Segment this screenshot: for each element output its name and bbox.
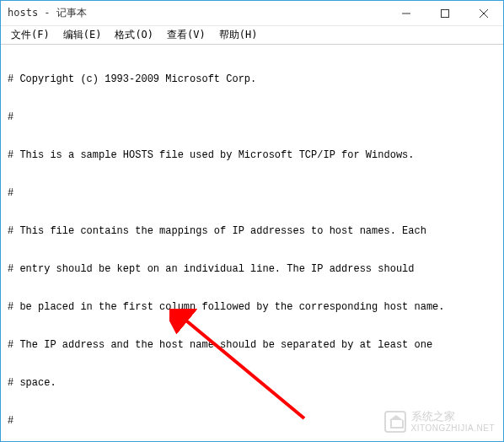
text-line: # (8, 111, 496, 124)
titlebar[interactable]: hosts - 记事本 (1, 1, 503, 26)
svg-rect-1 (442, 9, 449, 17)
text-line: # This is a sample HOSTS file used by Mi… (8, 149, 496, 162)
maximize-button[interactable] (426, 1, 464, 25)
text-line: # entry should be kept on an individual … (8, 263, 496, 276)
menu-format[interactable]: 格式(O) (108, 26, 160, 44)
watermark: 系统之家 XITONGZHIJIA.NET (384, 411, 496, 433)
watermark-text: 系统之家 XITONGZHIJIA.NET (411, 411, 496, 432)
window-controls (387, 1, 503, 25)
menubar: 文件(F) 编辑(E) 格式(O) 查看(V) 帮助(H) (1, 26, 503, 45)
menu-edit[interactable]: 编辑(E) (56, 26, 109, 44)
minimize-button[interactable] (387, 1, 426, 25)
text-line: # be placed in the first column followed… (8, 301, 496, 314)
text-line: # The IP address and the host name shoul… (8, 339, 496, 352)
close-button[interactable] (464, 1, 503, 25)
watermark-cn: 系统之家 (411, 411, 496, 423)
menu-help[interactable]: 帮助(H) (212, 26, 265, 44)
watermark-logo-icon (384, 411, 406, 433)
menu-file[interactable]: 文件(F) (4, 26, 56, 44)
text-line: # This file contains the mappings of IP … (8, 225, 496, 238)
menu-view[interactable]: 查看(V) (160, 26, 212, 44)
watermark-url: XITONGZHIJIA.NET (411, 423, 496, 433)
text-line: # Copyright (c) 1993-2009 Microsoft Corp… (8, 73, 496, 86)
editor-content[interactable]: # Copyright (c) 1993-2009 Microsoft Corp… (1, 45, 503, 442)
window-title: hosts - 记事本 (8, 6, 387, 20)
text-line: # (8, 187, 496, 200)
text-line: # space. (8, 377, 496, 390)
